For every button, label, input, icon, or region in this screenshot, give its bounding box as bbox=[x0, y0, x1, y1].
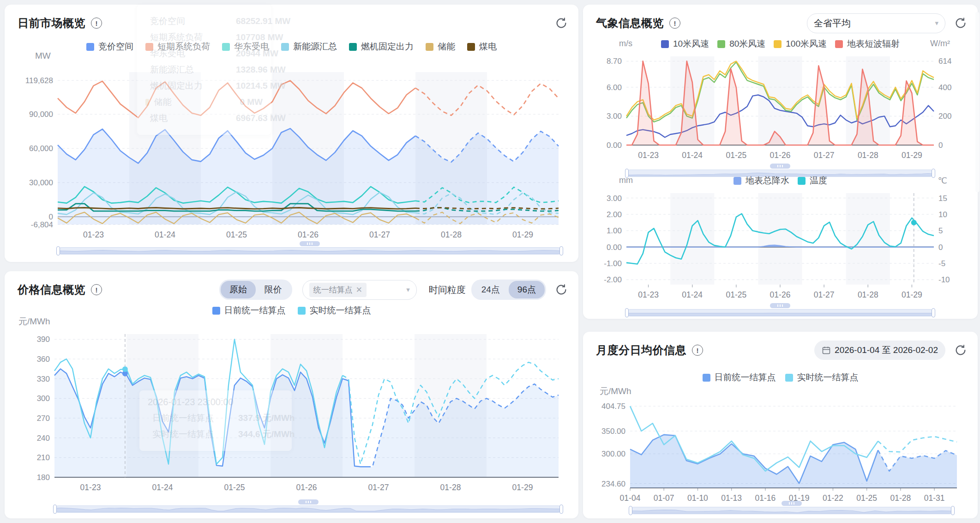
legend-item[interactable]: 短期系统负荷 bbox=[145, 41, 210, 53]
datazoom-grip[interactable] bbox=[298, 499, 319, 505]
svg-text:270: 270 bbox=[37, 414, 50, 423]
legend-label: 日前统一结算点 bbox=[715, 371, 776, 383]
svg-text:234.60: 234.60 bbox=[601, 480, 625, 488]
datazoom-grip[interactable] bbox=[300, 241, 320, 246]
granularity-toggle: 24点 96点 bbox=[471, 280, 546, 300]
datazoom-handle-right[interactable] bbox=[951, 506, 955, 515]
price-chart: 39036033030027024021018001-2301-2401-250… bbox=[14, 326, 568, 498]
info-icon[interactable]: ! bbox=[91, 284, 102, 295]
monthly-datazoom-slider[interactable] bbox=[630, 501, 953, 516]
clear-tag-icon[interactable]: ✕ bbox=[356, 285, 362, 295]
refresh-icon[interactable] bbox=[554, 283, 568, 297]
legend-item[interactable]: 新能源汇总 bbox=[281, 41, 337, 53]
svg-text:01-24: 01-24 bbox=[682, 151, 703, 160]
legend-swatch bbox=[717, 40, 725, 48]
legend-label: 80米风速 bbox=[729, 38, 765, 50]
refresh-icon[interactable] bbox=[954, 16, 968, 30]
date-range-picker[interactable]: 2026-01-04 至 2026-02-02 bbox=[814, 341, 945, 360]
datazoom-handle-left[interactable] bbox=[625, 169, 629, 178]
legend-item[interactable]: 华东受电 bbox=[222, 41, 269, 53]
svg-text:8.70: 8.70 bbox=[607, 57, 622, 66]
legend-item[interactable]: 地表总降水 bbox=[733, 175, 789, 187]
market-datazoom-slider[interactable] bbox=[58, 241, 562, 257]
datazoom-track[interactable] bbox=[626, 309, 934, 316]
legend-swatch bbox=[86, 43, 94, 51]
page-scrollbar[interactable] bbox=[975, 12, 980, 192]
svg-text:-6,804: -6,804 bbox=[31, 220, 53, 229]
svg-text:01-23: 01-23 bbox=[83, 230, 104, 239]
datazoom-handle-left[interactable] bbox=[629, 506, 632, 515]
date-range-value: 2026-01-04 至 2026-02-02 bbox=[835, 344, 938, 356]
legend-item[interactable]: 实时统一结算点 bbox=[785, 371, 859, 383]
datazoom-grip[interactable] bbox=[782, 501, 802, 506]
datazoom-grip[interactable] bbox=[770, 164, 790, 169]
price-datazoom-slider[interactable] bbox=[54, 499, 562, 515]
legend-item[interactable]: 竞价空间 bbox=[86, 41, 133, 53]
legend-item[interactable]: 温度 bbox=[798, 175, 827, 187]
settlement-tag: 统一结算点 ✕ bbox=[309, 283, 367, 297]
datazoom-handle-right[interactable] bbox=[559, 505, 563, 514]
svg-text:400: 400 bbox=[938, 83, 951, 92]
legend-swatch bbox=[703, 374, 710, 382]
svg-text:01-27: 01-27 bbox=[369, 230, 390, 239]
legend-item[interactable]: 日前统一结算点 bbox=[703, 371, 776, 383]
datazoom-handle-left[interactable] bbox=[53, 505, 57, 514]
granularity-option-24[interactable]: 24点 bbox=[473, 281, 509, 298]
mode-option-raw[interactable]: 原始 bbox=[221, 281, 256, 298]
svg-text:01-24: 01-24 bbox=[155, 230, 175, 239]
legend-item[interactable]: 80米风速 bbox=[717, 38, 765, 50]
legend-swatch bbox=[774, 40, 782, 48]
mode-toggle: 原始 限价 bbox=[219, 280, 292, 300]
legend-item[interactable]: 日前统一结算点 bbox=[212, 304, 286, 316]
datazoom-handle-left[interactable] bbox=[56, 246, 60, 255]
datazoom-handle-left[interactable] bbox=[625, 308, 629, 317]
region-select-value: 全省平均 bbox=[814, 17, 851, 30]
datazoom-handle-right[interactable] bbox=[932, 308, 935, 317]
legend-swatch bbox=[145, 43, 153, 51]
settlement-select[interactable]: 统一结算点 ✕ ▾ bbox=[302, 280, 417, 300]
refresh-icon[interactable] bbox=[554, 16, 568, 30]
rain-datazoom-slider[interactable] bbox=[626, 303, 934, 318]
legend-item[interactable]: 煤电 bbox=[467, 41, 497, 53]
rain-temp-legend: 地表总降水温度 bbox=[583, 175, 978, 187]
legend-label: 10米风速 bbox=[673, 38, 709, 50]
legend-item[interactable]: 100米风速 bbox=[774, 38, 827, 50]
legend-item[interactable]: 实时统一结算点 bbox=[298, 304, 371, 316]
datazoom-track[interactable] bbox=[630, 507, 953, 514]
datazoom-handle-right[interactable] bbox=[932, 169, 935, 178]
svg-text:90,000: 90,000 bbox=[29, 110, 53, 119]
mode-option-limit[interactable]: 限价 bbox=[256, 281, 291, 298]
datazoom-handle-right[interactable] bbox=[559, 246, 563, 255]
wind-legend: 10米风速80米风速100米风速地表短波辐射 bbox=[583, 38, 978, 50]
svg-text:0.00: 0.00 bbox=[607, 243, 622, 252]
svg-text:180: 180 bbox=[37, 473, 50, 482]
datazoom-grip[interactable] bbox=[770, 303, 790, 308]
granularity-option-96[interactable]: 96点 bbox=[509, 281, 545, 298]
legend-swatch bbox=[298, 307, 306, 315]
svg-text:01-26: 01-26 bbox=[770, 290, 791, 299]
refresh-icon[interactable] bbox=[954, 343, 968, 357]
legend-item[interactable]: 燃机固定出力 bbox=[349, 41, 414, 53]
legend-label: 新能源汇总 bbox=[293, 41, 337, 53]
svg-text:3.00: 3.00 bbox=[607, 112, 622, 121]
panel-price-overview: 价格信息概览 ! 原始 限价 统一结算点 ✕ ▾ 时间粒度 24点 96点 日前… bbox=[5, 271, 578, 518]
info-icon[interactable]: ! bbox=[692, 345, 703, 356]
svg-text:01-23: 01-23 bbox=[638, 290, 659, 299]
svg-text:01-28: 01-28 bbox=[441, 230, 462, 239]
svg-text:01-29: 01-29 bbox=[512, 483, 533, 492]
info-icon[interactable]: ! bbox=[669, 18, 680, 29]
legend-item[interactable]: 储能 bbox=[426, 41, 455, 53]
datazoom-track[interactable] bbox=[54, 505, 562, 513]
svg-text:01-29: 01-29 bbox=[902, 151, 922, 160]
svg-text:0: 0 bbox=[938, 141, 943, 150]
page-title-price: 价格信息概览 bbox=[18, 282, 85, 297]
region-select[interactable]: 全省平均 ▾ bbox=[807, 13, 945, 33]
wind-radiation-chart: 8.706146.004003.002000.00001-2301-2401-2… bbox=[593, 50, 967, 162]
info-icon[interactable]: ! bbox=[91, 18, 102, 29]
datazoom-track[interactable] bbox=[58, 247, 562, 255]
legend-item[interactable]: 地表短波辐射 bbox=[835, 38, 900, 50]
legend-item[interactable]: 10米风速 bbox=[661, 38, 709, 50]
svg-text:614: 614 bbox=[938, 57, 951, 66]
svg-text:1.00: 1.00 bbox=[607, 226, 622, 235]
svg-text:300.00: 300.00 bbox=[601, 450, 625, 458]
